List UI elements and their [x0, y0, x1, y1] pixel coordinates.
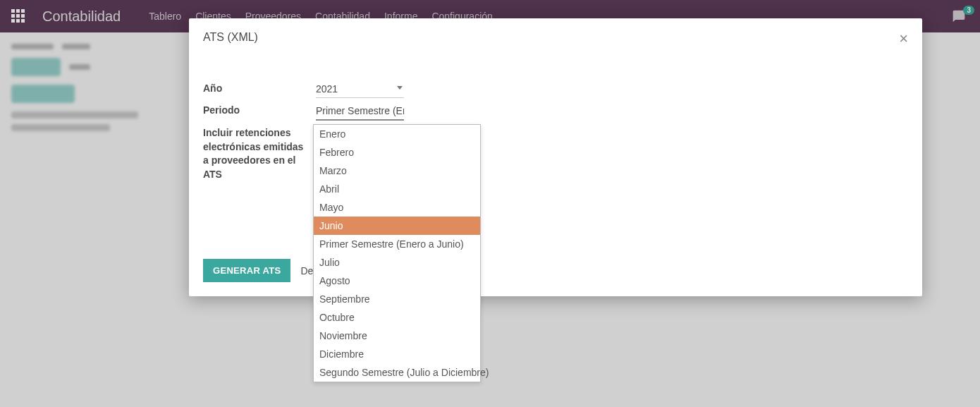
ats-modal: ATS (XML) × Año 2021 Periodo Primer Seme…: [189, 18, 922, 296]
year-select[interactable]: 2021: [316, 82, 404, 98]
close-icon[interactable]: ×: [899, 31, 908, 47]
dropdown-item[interactable]: Julio: [314, 253, 480, 272]
dropdown-item[interactable]: Agosto: [314, 272, 480, 290]
label-year: Año: [203, 82, 316, 96]
modal-title: ATS (XML): [203, 31, 258, 44]
period-value: Primer Semestre (Enero a Junio): [316, 104, 404, 121]
dropdown-item[interactable]: Segundo Semestre (Julio a Diciembre): [314, 363, 480, 382]
label-period: Periodo: [203, 104, 316, 118]
dropdown-item[interactable]: Mayo: [314, 198, 480, 217]
label-include: Incluir retenciones electrónicas emitida…: [203, 126, 316, 181]
generate-button[interactable]: GENERAR ATS: [203, 259, 290, 282]
dropdown-item[interactable]: Marzo: [314, 162, 480, 180]
chevron-down-icon: [397, 86, 403, 90]
dropdown-item[interactable]: Abril: [314, 180, 480, 198]
dropdown-item[interactable]: Septiembre: [314, 290, 480, 308]
period-dropdown: EneroFebreroMarzoAbrilMayoJunioPrimer Se…: [313, 124, 481, 382]
dropdown-item[interactable]: Primer Semestre (Enero a Junio): [314, 235, 480, 253]
dropdown-item[interactable]: Noviembre: [314, 327, 480, 345]
dropdown-item[interactable]: Enero: [314, 125, 480, 143]
dropdown-item[interactable]: Diciembre: [314, 345, 480, 363]
period-select[interactable]: Primer Semestre (Enero a Junio): [316, 104, 404, 121]
dropdown-item[interactable]: Junio: [314, 217, 480, 235]
dropdown-item[interactable]: Febrero: [314, 143, 480, 162]
year-value: 2021: [316, 82, 404, 98]
dropdown-item[interactable]: Octubre: [314, 308, 480, 327]
